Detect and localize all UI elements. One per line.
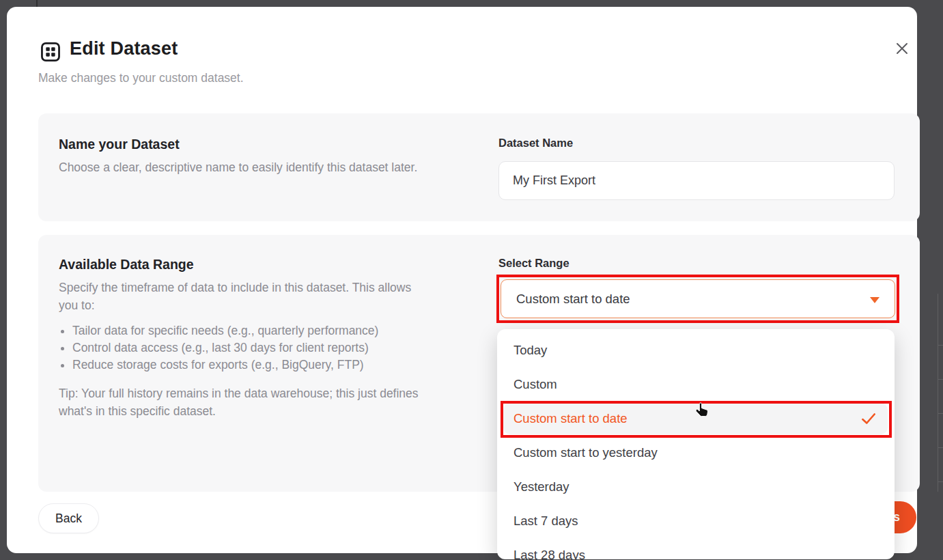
range-benefit-item: Reduce storage costs for exports (e.g., …	[72, 356, 482, 374]
modal-title: Edit Dataset	[70, 38, 178, 59]
close-button[interactable]	[890, 37, 914, 61]
dropdown-option-label: Custom start to date	[513, 411, 628, 426]
dropdown-option-custom-start-to-yesterday[interactable]: Custom start to yesterday	[497, 436, 895, 470]
range-select[interactable]: Custom start to date	[501, 279, 895, 318]
range-select-value: Custom start to date	[516, 292, 630, 307]
range-benefit-item: Tailor data for specific needs (e.g., qu…	[72, 322, 482, 339]
background-page-row-line	[938, 447, 943, 448]
dropdown-option-last-28-days[interactable]: Last 28 days	[497, 538, 895, 559]
name-section-heading: Name your Dataset	[59, 137, 180, 152]
range-section-heading: Available Data Range	[59, 257, 194, 272]
select-range-label: Select Range	[498, 257, 569, 270]
range-benefit-item: Control data access (e.g., last 30 days …	[72, 339, 482, 356]
back-button[interactable]: Back	[38, 503, 99, 533]
dataset-grid-icon	[40, 41, 61, 63]
dropdown-option-yesterday[interactable]: Yesterday	[497, 470, 895, 504]
dataset-name-input[interactable]	[498, 161, 895, 200]
background-page-row-line	[938, 413, 943, 414]
range-dropdown-panel: Today Custom Custom start to date Custom…	[497, 329, 895, 559]
background-page-row-line	[938, 345, 943, 346]
range-section-description: Specify the timeframe of data to include…	[59, 279, 431, 314]
range-tip-text: Tip: Your full history remains in the da…	[59, 384, 441, 420]
dropdown-option-last-7-days[interactable]: Last 7 days	[497, 504, 895, 538]
modal-subtitle: Make changes to your custom dataset.	[38, 71, 244, 85]
background-page-row-line	[938, 379, 943, 380]
dropdown-option-custom[interactable]: Custom	[497, 367, 895, 402]
background-page-row-line	[938, 481, 943, 482]
range-benefits-list: Tailor data for specific needs (e.g., qu…	[72, 322, 482, 374]
close-icon	[894, 40, 910, 59]
edit-dataset-modal: Edit Dataset Make changes to your custom…	[7, 7, 917, 553]
check-icon	[860, 410, 877, 428]
background-page-fragment	[36, 0, 38, 7]
screen-overlay: Edit Dataset Make changes to your custom…	[0, 0, 943, 560]
dropdown-option-today[interactable]: Today	[497, 333, 895, 367]
caret-down-icon	[870, 297, 879, 303]
cursor-hand-icon	[694, 402, 712, 419]
background-page-divider	[938, 294, 938, 492]
name-section-description: Choose a clear, descriptive name to easi…	[59, 158, 462, 176]
dataset-name-label: Dataset Name	[498, 137, 573, 150]
